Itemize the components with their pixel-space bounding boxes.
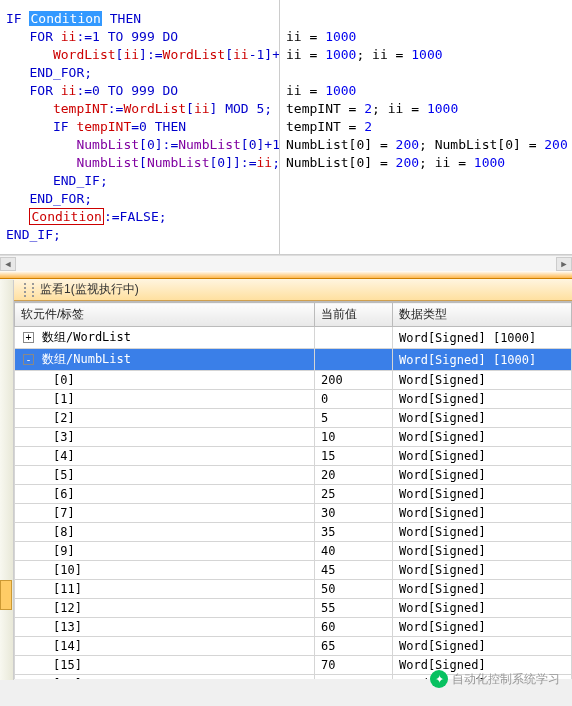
trace-pane: ii = 1000ii = 1000; ii = 1000 ii = 1000t…	[280, 0, 572, 254]
table-row[interactable]: [8]35Word[Signed]	[15, 523, 572, 542]
wechat-icon: ✦	[430, 670, 448, 688]
expand-icon[interactable]: +	[23, 332, 34, 343]
col-header-value[interactable]: 当前值	[315, 303, 393, 327]
trace-line	[286, 10, 568, 28]
watermark: ✦ 自动化控制系统学习	[430, 670, 560, 688]
watch-window-title: 监看1(监视执行中)	[14, 279, 572, 301]
trace-line: tempINT = 2	[286, 118, 568, 136]
table-row[interactable]: [5]20Word[Signed]	[15, 466, 572, 485]
table-row[interactable]: [1]0Word[Signed]	[15, 390, 572, 409]
side-tab-selected[interactable]	[0, 580, 12, 610]
code-line[interactable]: WordList[ii]:=WordList[ii-1]+3;	[6, 46, 273, 64]
code-pane[interactable]: IF Condition THEN FOR ii:=1 TO 999 DO Wo…	[0, 0, 280, 254]
table-row[interactable]: [0]200Word[Signed]	[15, 371, 572, 390]
scroll-left-arrow[interactable]: ◄	[0, 257, 16, 271]
table-row[interactable]: [12]55Word[Signed]	[15, 599, 572, 618]
scroll-right-arrow[interactable]: ►	[556, 257, 572, 271]
trace-line: ii = 1000	[286, 82, 568, 100]
table-row[interactable]: [14]65Word[Signed]	[15, 637, 572, 656]
table-row[interactable]: [9]40Word[Signed]	[15, 542, 572, 561]
table-row[interactable]: [13]60Word[Signed]	[15, 618, 572, 637]
table-row[interactable]: [3]10Word[Signed]	[15, 428, 572, 447]
col-header-type[interactable]: 数据类型	[393, 303, 572, 327]
watch-title-text: 监看1(监视执行中)	[40, 281, 139, 298]
table-row[interactable]: [6]25Word[Signed]	[15, 485, 572, 504]
code-line[interactable]: NumbList[NumbList[0]]:=ii;	[6, 154, 273, 172]
watch-table[interactable]: 软元件/标签 当前值 数据类型 +数组/WordListWord[Signed]…	[14, 302, 572, 679]
table-row[interactable]: [7]30Word[Signed]	[15, 504, 572, 523]
code-line[interactable]: END_IF;	[6, 172, 273, 190]
code-line[interactable]: IF Condition THEN	[6, 10, 273, 28]
code-line[interactable]: tempINT:=WordList[ii] MOD 5;	[6, 100, 273, 118]
watch-table-wrapper[interactable]: 软元件/标签 当前值 数据类型 +数组/WordListWord[Signed]…	[14, 301, 572, 679]
table-row[interactable]: [2]5Word[Signed]	[15, 409, 572, 428]
col-header-name[interactable]: 软元件/标签	[15, 303, 315, 327]
trace-line	[286, 64, 568, 82]
table-row[interactable]: [11]50Word[Signed]	[15, 580, 572, 599]
table-row[interactable]: [4]15Word[Signed]	[15, 447, 572, 466]
code-line[interactable]: IF tempINT=0 THEN	[6, 118, 273, 136]
horizontal-scrollbar[interactable]: ◄ ►	[0, 255, 572, 271]
watch-header-row[interactable]: 软元件/标签 当前值 数据类型	[15, 303, 572, 327]
code-line[interactable]: Condition:=FALSE;	[6, 208, 273, 226]
trace-line: ii = 1000	[286, 28, 568, 46]
code-line[interactable]: NumbList[0]:=NumbList[0]+1;	[6, 136, 273, 154]
watermark-text: 自动化控制系统学习	[452, 671, 560, 688]
table-row-group[interactable]: +数组/WordListWord[Signed] [1000]	[15, 327, 572, 349]
code-line[interactable]: END_FOR;	[6, 190, 273, 208]
trace-line: tempINT = 2; ii = 1000	[286, 100, 568, 118]
code-line[interactable]: END_IF;	[6, 226, 273, 244]
editor-area: IF Condition THEN FOR ii:=1 TO 999 DO Wo…	[0, 0, 572, 255]
panel-divider[interactable]	[0, 271, 572, 279]
table-row-group[interactable]: -数组/NumbListWord[Signed] [1000]	[15, 349, 572, 371]
trace-line: NumbList[0] = 200; ii = 1000	[286, 154, 568, 172]
expand-icon[interactable]: -	[23, 354, 34, 365]
code-line[interactable]: FOR ii:=1 TO 999 DO	[6, 28, 273, 46]
code-line[interactable]: END_FOR;	[6, 64, 273, 82]
table-row[interactable]: [10]45Word[Signed]	[15, 561, 572, 580]
trace-line: NumbList[0] = 200; NumbList[0] = 200	[286, 136, 568, 154]
code-line[interactable]: FOR ii:=0 TO 999 DO	[6, 82, 273, 100]
side-tab-strip[interactable]	[0, 280, 14, 680]
trace-line: ii = 1000; ii = 1000	[286, 46, 568, 64]
